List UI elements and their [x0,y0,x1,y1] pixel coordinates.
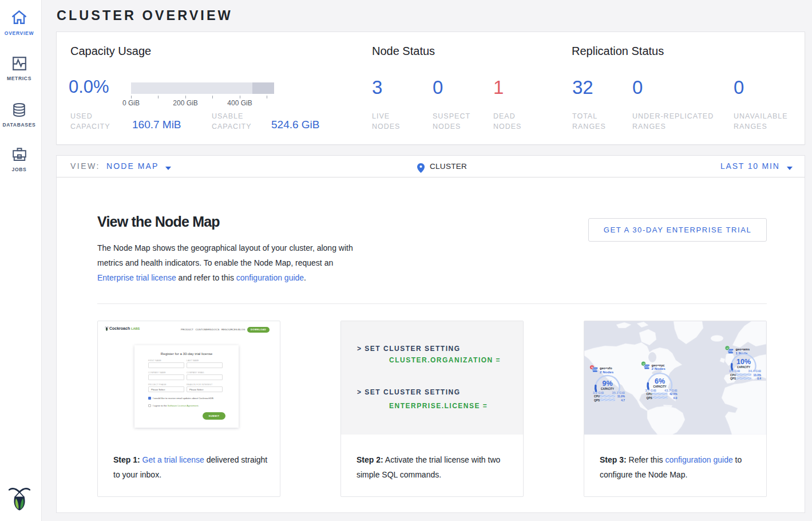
svg-text:CAPACITY: CAPACITY [601,388,614,390]
svg-text:6%: 6% [655,377,665,385]
svg-text:13.3%: 13.3% [753,374,761,377]
svg-text:42.5%: 42.5% [670,393,678,396]
svg-text:CPU: CPU [730,374,736,377]
svg-text:2 Nodes: 2 Nodes [600,370,614,374]
svg-text:0.0: 0.0 [674,397,678,400]
svg-text:QPS: QPS [730,377,736,380]
svg-text:QPS: QPS [594,399,600,402]
svg-text:43.7 GiB: 43.7 GiB [664,389,677,392]
svg-text:2 Nodes: 2 Nodes [652,366,666,370]
svg-text:4.7: 4.7 [621,399,625,402]
svg-text:3.6 GiB: 3.6 GiB [729,369,740,373]
svg-text:34.4 GiB: 34.4 GiB [748,369,761,373]
svg-text:CPU: CPU [647,393,653,396]
svg-text:3.2 GiB: 3.2 GiB [593,391,604,394]
svg-text:3.7 GiB: 3.7 GiB [645,389,656,392]
svg-text:QPS: QPS [647,397,653,400]
svg-text:35.1 GiB: 35.1 GiB [612,391,625,394]
svg-text:0.4: 0.4 [757,377,761,380]
svg-text:11.0%: 11.0% [617,395,625,398]
svg-text:10%: 10% [736,358,751,366]
svg-text:CPU: CPU [594,395,600,398]
svg-text:9%: 9% [603,380,613,388]
svg-text:CAPACITY: CAPACITY [653,385,666,388]
svg-text:CAPACITY: CAPACITY [737,366,750,369]
